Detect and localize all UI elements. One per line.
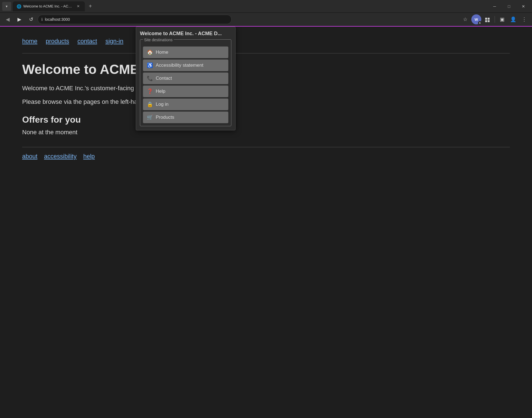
dest-login-label: Log in: [156, 102, 168, 107]
offers-text: None at the moment: [22, 129, 510, 136]
dest-login[interactable]: 🔒 Log in: [143, 99, 228, 110]
site-destinations-label: Site destinations: [143, 38, 174, 42]
window-controls: ─ □ ✕: [488, 2, 530, 11]
sidebar-button[interactable]: ▣: [497, 14, 507, 24]
nav-contact[interactable]: contact: [77, 38, 97, 45]
tab-close-btn[interactable]: ✕: [75, 4, 81, 9]
browser-frame: ▼ 🌐 Welcome to ACME Inc. - ACME ✕ + ─ □ …: [0, 0, 532, 418]
extensions-button[interactable]: [482, 14, 492, 24]
svg-rect-3: [488, 20, 490, 22]
maximize-button[interactable]: □: [503, 2, 515, 11]
dest-contact-label: Contact: [156, 76, 172, 81]
tab-favicon: 🌐: [17, 4, 21, 9]
nav-products[interactable]: products: [46, 38, 69, 45]
dest-products[interactable]: 🛒 Products: [143, 112, 228, 123]
back-button[interactable]: ◀: [3, 14, 13, 24]
arrow-svg: [510, 363, 532, 418]
reload-button[interactable]: ↺: [26, 14, 36, 24]
tab-title: Welcome to ACME Inc. - ACME: [23, 4, 73, 8]
toolbar: ◀ ▶ ↺ ℹ localhost:3000 ☆ W 6 ▣ �: [0, 13, 532, 27]
footer-divider: [22, 147, 510, 147]
page-heading: Welcome to ACME Inc: [22, 62, 510, 77]
dest-home[interactable]: 🏠 Home: [143, 47, 228, 58]
bookmark-button[interactable]: ☆: [460, 14, 470, 24]
offers-heading: Offers for you: [22, 115, 510, 125]
site-destinations-dropdown: Welcome to ACME Inc. - ACME D... Site de…: [136, 27, 236, 130]
toolbar-divider: [495, 16, 495, 23]
active-tab[interactable]: 🌐 Welcome to ACME Inc. - ACME ✕: [13, 1, 85, 11]
forward-button[interactable]: ▶: [14, 14, 24, 24]
lock-icon: 🔒: [147, 101, 153, 107]
site-destinations-box: Site destinations 🏠 Home ♿ Accessibility…: [140, 39, 231, 126]
url-display: localhost:3000: [45, 17, 70, 22]
accessibility-icon: ♿: [147, 62, 153, 68]
nav-divider: [22, 53, 510, 53]
address-bar[interactable]: ℹ localhost:3000: [38, 15, 232, 24]
footer-about[interactable]: about: [22, 153, 37, 160]
nav-signin[interactable]: sign-in: [105, 38, 123, 45]
site-navigation: home products contact sign-in: [22, 38, 510, 45]
page-content: home products contact sign-in Welcome to…: [0, 27, 532, 418]
svg-rect-2: [485, 20, 487, 22]
dest-contact[interactable]: 📞 Contact: [143, 73, 228, 84]
toolbar-right: ☆ W 6 ▣ 👤 ⋮: [460, 14, 529, 24]
menu-button[interactable]: ⋮: [519, 14, 529, 24]
minimize-button[interactable]: ─: [488, 2, 501, 11]
secure-icon: ℹ: [41, 17, 43, 22]
profile-badge: 6: [478, 21, 482, 25]
dest-help[interactable]: ❓ Help: [143, 86, 228, 97]
profile-button[interactable]: W 6: [471, 14, 481, 24]
user-account-button[interactable]: 👤: [508, 14, 518, 24]
help-icon: ❓: [147, 88, 153, 94]
footer-accessibility[interactable]: accessibility: [44, 153, 76, 160]
nav-home[interactable]: home: [22, 38, 37, 45]
contact-icon: 📞: [147, 75, 153, 81]
home-icon: 🏠: [147, 49, 153, 55]
page-desc-2: Please browse via the pages on the left-…: [22, 97, 510, 106]
destinations-list: 🏠 Home ♿ Accessibility statement 📞 Conta…: [143, 47, 228, 123]
window-dropdown[interactable]: ▼: [2, 2, 11, 11]
dest-help-label: Help: [156, 89, 165, 94]
footer-help[interactable]: help: [83, 153, 95, 160]
dest-products-label: Products: [156, 115, 174, 120]
dropdown-title: Welcome to ACME Inc. - ACME D...: [140, 31, 231, 37]
dest-home-label: Home: [156, 50, 168, 55]
new-tab-button[interactable]: +: [86, 2, 95, 11]
page-desc-1: Welcome to ACME Inc.'s customer-facing s…: [22, 84, 510, 93]
footer-navigation: about accessibility help: [22, 153, 510, 160]
dest-accessibility[interactable]: ♿ Accessibility statement: [143, 60, 228, 71]
cart-icon: 🛒: [147, 114, 153, 120]
title-bar: ▼ 🌐 Welcome to ACME Inc. - ACME ✕ + ─ □ …: [0, 0, 532, 13]
close-button[interactable]: ✕: [517, 2, 530, 11]
svg-rect-0: [485, 18, 487, 20]
svg-rect-1: [488, 18, 490, 20]
tab-bar: 🌐 Welcome to ACME Inc. - ACME ✕ +: [13, 1, 488, 11]
dest-accessibility-label: Accessibility statement: [156, 63, 203, 68]
